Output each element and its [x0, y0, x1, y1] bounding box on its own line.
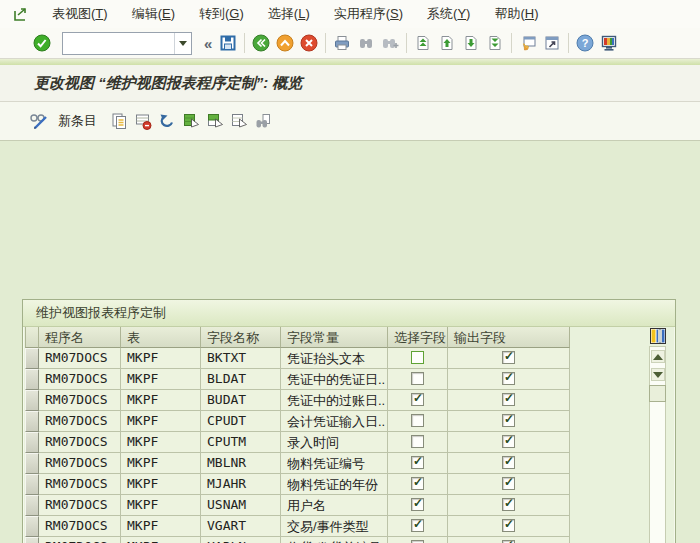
previous-page-button[interactable] — [435, 31, 459, 55]
row-selector[interactable] — [25, 474, 39, 495]
row-selector[interactable] — [25, 369, 39, 390]
row-selector[interactable] — [25, 432, 39, 453]
print-button[interactable] — [330, 31, 354, 55]
deselect-all-button[interactable] — [227, 108, 251, 134]
delete-entry-button[interactable] — [131, 108, 155, 134]
header-output[interactable]: 输出字段 — [448, 327, 570, 348]
row-selector[interactable] — [25, 411, 39, 432]
exit-button[interactable] — [273, 31, 297, 55]
cell-program[interactable]: RM07DOCS — [39, 432, 121, 453]
cancel-button[interactable] — [297, 31, 321, 55]
header-program[interactable]: 程序名 — [39, 327, 121, 348]
select-all-button[interactable] — [179, 108, 203, 134]
menu-item[interactable]: 表视图(T) — [40, 5, 120, 23]
back-button[interactable] — [249, 31, 273, 55]
output-checkbox[interactable] — [502, 519, 515, 532]
find-button[interactable] — [354, 31, 378, 55]
output-checkbox[interactable] — [502, 435, 515, 448]
output-checkbox[interactable] — [502, 477, 515, 490]
collapse-icon[interactable]: « — [200, 35, 216, 52]
cell-field[interactable]: XABLN — [201, 537, 281, 543]
cell-program[interactable]: RM07DOCS — [39, 453, 121, 474]
cell-field[interactable]: BLDAT — [201, 369, 281, 390]
row-selector[interactable] — [25, 516, 39, 537]
undo-button[interactable] — [155, 108, 179, 134]
cell-table[interactable]: MKPF — [121, 474, 201, 495]
row-selector[interactable] — [25, 537, 39, 543]
menu-item[interactable]: 转到(G) — [187, 5, 256, 23]
copy-entries-button[interactable] — [107, 108, 131, 134]
row-selector[interactable] — [25, 453, 39, 474]
command-input[interactable] — [63, 33, 174, 54]
last-page-button[interactable] — [483, 31, 507, 55]
help-button[interactable]: ? — [573, 31, 597, 55]
select-checkbox[interactable] — [411, 393, 424, 406]
customize-layout-button[interactable] — [597, 31, 621, 55]
command-field[interactable] — [62, 32, 192, 55]
find-entry-button[interactable] — [251, 108, 275, 134]
table-settings-button[interactable] — [648, 326, 668, 346]
output-checkbox[interactable] — [502, 372, 515, 385]
output-checkbox[interactable] — [502, 393, 515, 406]
cell-program[interactable]: RM07DOCS — [39, 516, 121, 537]
cell-program[interactable]: RM07DOCS — [39, 474, 121, 495]
cell-program[interactable]: RM07DOCS — [39, 369, 121, 390]
header-desc[interactable]: 字段常量 — [281, 327, 388, 348]
create-shortcut-button[interactable] — [540, 31, 564, 55]
cell-field[interactable]: CPUTM — [201, 432, 281, 453]
output-checkbox[interactable] — [502, 498, 515, 511]
cell-field[interactable]: MBLNR — [201, 453, 281, 474]
select-block-button[interactable] — [203, 108, 227, 134]
enter-button[interactable] — [30, 31, 54, 55]
scroll-down-button[interactable] — [651, 368, 665, 381]
cell-program[interactable]: RM07DOCS — [39, 537, 121, 543]
cell-field[interactable]: BKTXT — [201, 348, 281, 369]
cell-table[interactable]: MKPF — [121, 369, 201, 390]
select-checkbox[interactable] — [411, 477, 424, 490]
select-checkbox[interactable] — [411, 498, 424, 511]
cell-table[interactable]: MKPF — [121, 537, 201, 543]
select-checkbox[interactable] — [411, 351, 424, 364]
menu-item[interactable]: 实用程序(S) — [322, 5, 415, 23]
cell-table[interactable]: MKPF — [121, 516, 201, 537]
cell-field[interactable]: MJAHR — [201, 474, 281, 495]
header-table[interactable]: 表 — [121, 327, 201, 348]
cell-field[interactable]: USNAM — [201, 495, 281, 516]
cell-program[interactable]: RM07DOCS — [39, 348, 121, 369]
select-checkbox[interactable] — [411, 414, 424, 427]
menu-item[interactable]: 系统(Y) — [415, 5, 482, 23]
menu-item[interactable]: 选择(L) — [256, 5, 322, 23]
header-select[interactable]: 选择字段 — [388, 327, 448, 348]
find-next-button[interactable] — [378, 31, 402, 55]
new-session-button[interactable] — [516, 31, 540, 55]
display-change-button[interactable] — [26, 108, 52, 134]
cell-table[interactable]: MKPF — [121, 432, 201, 453]
select-checkbox[interactable] — [411, 519, 424, 532]
header-field[interactable]: 字段名称 — [201, 327, 281, 348]
first-page-button[interactable] — [411, 31, 435, 55]
next-page-button[interactable] — [459, 31, 483, 55]
select-checkbox[interactable] — [411, 435, 424, 448]
row-selector[interactable] — [25, 495, 39, 516]
output-checkbox[interactable] — [502, 351, 515, 364]
cell-table[interactable]: MKPF — [121, 495, 201, 516]
menu-item[interactable]: 编辑(E) — [120, 5, 187, 23]
cell-field[interactable]: BUDAT — [201, 390, 281, 411]
cell-program[interactable]: RM07DOCS — [39, 411, 121, 432]
select-checkbox[interactable] — [411, 456, 424, 469]
cell-program[interactable]: RM07DOCS — [39, 495, 121, 516]
row-selector[interactable] — [25, 390, 39, 411]
system-menu-icon[interactable] — [12, 6, 30, 22]
cell-program[interactable]: RM07DOCS — [39, 390, 121, 411]
output-checkbox[interactable] — [502, 456, 515, 469]
menu-item[interactable]: 帮助(H) — [482, 5, 550, 23]
save-button[interactable] — [216, 31, 240, 55]
scroll-up-button[interactable] — [651, 350, 665, 363]
cell-table[interactable]: MKPF — [121, 453, 201, 474]
row-selector[interactable] — [25, 348, 39, 369]
cell-table[interactable]: MKPF — [121, 390, 201, 411]
cell-field[interactable]: VGART — [201, 516, 281, 537]
command-dropdown-button[interactable] — [174, 33, 191, 54]
output-checkbox[interactable] — [502, 414, 515, 427]
scrollbar-thumb[interactable] — [649, 385, 666, 402]
